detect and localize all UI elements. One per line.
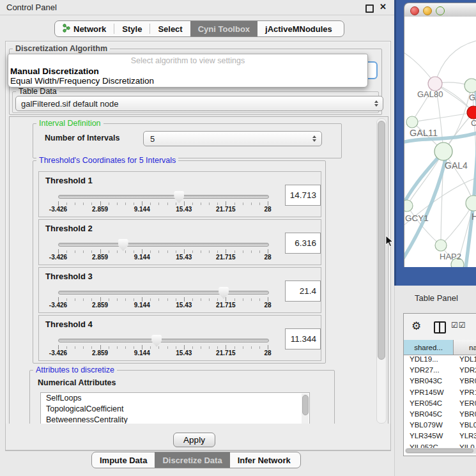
table-row[interactable]: YBR045CYBR0 bbox=[404, 410, 476, 421]
tick-mark bbox=[217, 298, 218, 301]
tick-mark bbox=[83, 250, 84, 253]
mac-close-icon[interactable] bbox=[410, 6, 419, 15]
slider-track[interactable] bbox=[58, 339, 269, 342]
attributes-list-scrollbar[interactable] bbox=[302, 394, 309, 425]
slider-track[interactable] bbox=[58, 243, 269, 247]
tick-mark bbox=[234, 250, 235, 253]
network-window-titlebar[interactable] bbox=[404, 3, 476, 18]
tick-mark bbox=[259, 298, 260, 301]
tab-select[interactable]: Select bbox=[150, 21, 190, 36]
network-node[interactable] bbox=[464, 79, 476, 93]
close-icon[interactable]: ✕ bbox=[380, 2, 387, 12]
tick-label: 2.859 bbox=[92, 254, 108, 261]
tick-mark bbox=[226, 345, 226, 349]
table-row[interactable]: YER054CYER0 bbox=[404, 399, 476, 410]
table-row[interactable]: YPR145WYPR1 bbox=[404, 388, 476, 399]
network-node[interactable] bbox=[466, 196, 476, 211]
tick-mark bbox=[234, 203, 235, 205]
number-of-intervals-spinner[interactable]: 5 bbox=[143, 131, 322, 146]
tick-label: 9.144 bbox=[134, 302, 150, 309]
tab-style[interactable]: Style bbox=[114, 21, 150, 36]
cell-name: YDL1 bbox=[454, 355, 476, 366]
threshold-1-label: Threshold 1 bbox=[45, 176, 93, 185]
tick-mark bbox=[100, 249, 101, 254]
tick-label: 9.144 bbox=[134, 254, 150, 261]
table-row[interactable]: YDR27...YDR2 bbox=[404, 366, 476, 377]
tick-mark bbox=[243, 298, 243, 301]
tab-network[interactable]: Network bbox=[55, 21, 114, 36]
float-window-icon[interactable] bbox=[365, 4, 374, 13]
algorithm-option-equal-width[interactable]: Equal Width/Frequency Discretization bbox=[10, 76, 154, 86]
tab-infer-network[interactable]: Infer Network bbox=[230, 452, 298, 468]
mac-minimize-icon[interactable] bbox=[423, 6, 432, 15]
tick-mark bbox=[226, 201, 226, 206]
threshold-3-slider[interactable]: -3.4262.8599.14415.4321.71528 bbox=[58, 287, 268, 310]
threshold-2-slider[interactable]: -3.4262.8599.14415.4321.71528 bbox=[58, 239, 268, 262]
numerical-attributes-label: Numerical Attributes bbox=[38, 378, 116, 387]
spinner-stepper-icon bbox=[312, 135, 316, 142]
tick-mark bbox=[91, 298, 92, 301]
tick-mark bbox=[100, 297, 101, 302]
slider-track[interactable] bbox=[58, 195, 269, 199]
threshold-2-label: Threshold 2 bbox=[45, 224, 93, 233]
tab-jactivemnodules[interactable]: jActiveMNodules bbox=[257, 21, 340, 36]
threshold-3-value[interactable]: 21.4 bbox=[285, 280, 321, 302]
network-view-canvas[interactable]: GAL80GACGAL11GAL4HGCY1HAP2 bbox=[404, 17, 476, 267]
threshold-1-value[interactable]: 14.713 bbox=[285, 185, 321, 206]
tick-mark bbox=[259, 346, 260, 349]
threshold-1-panel: Threshold 1 -3.4262.8599.14415.4321.7152… bbox=[38, 171, 321, 217]
table-row[interactable]: YIL052CYIL0 bbox=[404, 443, 476, 449]
tick-label: 28 bbox=[264, 206, 271, 213]
tab-impute-data[interactable]: Impute Data bbox=[92, 452, 155, 468]
tick-mark bbox=[158, 346, 159, 349]
table-data-combo[interactable]: galFiltered.sif default node bbox=[15, 96, 383, 111]
threshold-4-slider[interactable]: -3.4262.8599.14415.4321.71528 bbox=[58, 335, 268, 358]
threshold-1-slider[interactable]: -3.4262.8599.14415.4321.71528 bbox=[58, 191, 268, 214]
table-rows[interactable]: YDL19...YDL1YDR27...YDR2YBR043CYBR0YPR14… bbox=[404, 355, 476, 448]
numerical-attributes-list[interactable]: SelfLoopsTopologicalCoefficientBetweenne… bbox=[40, 392, 310, 425]
columns-icon[interactable] bbox=[434, 321, 446, 334]
tick-mark bbox=[192, 203, 193, 205]
slider-track[interactable] bbox=[58, 291, 269, 295]
tick-mark bbox=[176, 298, 176, 301]
algorithm-option-manual[interactable]: Manual Discretization bbox=[10, 66, 99, 76]
table-row[interactable]: YBR043CYBR0 bbox=[404, 377, 476, 388]
tick-mark bbox=[134, 346, 134, 349]
threshold-2-value[interactable]: 6.316 bbox=[285, 233, 321, 254]
tick-mark bbox=[91, 250, 92, 253]
attribute-list-item[interactable]: SelfLoops bbox=[41, 393, 309, 404]
network-node[interactable] bbox=[467, 106, 476, 119]
tick-mark bbox=[83, 346, 84, 349]
table-horizontal-scrollbar[interactable] bbox=[405, 448, 476, 454]
tick-mark bbox=[251, 346, 252, 349]
column-header-name[interactable]: na bbox=[454, 340, 476, 355]
network-node-label: GAL4 bbox=[445, 160, 468, 171]
table-row[interactable]: YLR345WYLR3 bbox=[404, 432, 476, 443]
mac-zoom-icon[interactable] bbox=[436, 6, 445, 15]
network-node[interactable] bbox=[434, 142, 452, 160]
gear-icon[interactable]: ⚙ bbox=[411, 319, 421, 333]
settings-vertical-scrollbar[interactable] bbox=[376, 118, 387, 424]
table-row[interactable]: YDL19...YDL1 bbox=[404, 355, 476, 366]
network-node[interactable] bbox=[404, 200, 413, 211]
tab-discretize-data[interactable]: Discretize Data bbox=[155, 452, 229, 468]
cell-shared-name: YPR145W bbox=[404, 388, 454, 399]
threshold-4-value[interactable]: 11.344 bbox=[285, 328, 321, 349]
mouse-cursor bbox=[385, 235, 394, 247]
tick-mark bbox=[109, 203, 109, 205]
checkbox-icons[interactable]: ☑☑ bbox=[451, 321, 466, 330]
network-node[interactable] bbox=[406, 116, 418, 128]
threshold-3-panel: Threshold 3 -3.4262.8599.14415.4321.7152… bbox=[38, 267, 321, 313]
network-node[interactable] bbox=[428, 77, 442, 91]
table-row[interactable]: YBL079WYBL0 bbox=[404, 421, 476, 432]
attribute-list-item[interactable]: TopologicalCoefficient bbox=[41, 404, 309, 415]
tab-cyni-toolbox[interactable]: Cyni Toolbox bbox=[190, 21, 257, 36]
apply-button[interactable]: Apply bbox=[173, 433, 215, 447]
tick-mark bbox=[251, 298, 252, 301]
column-header-shared[interactable]: shared... bbox=[404, 340, 454, 355]
tick-label: -3.426 bbox=[49, 206, 67, 213]
cell-name: YPR1 bbox=[454, 388, 476, 399]
network-node[interactable] bbox=[435, 240, 447, 251]
tick-mark bbox=[142, 249, 142, 254]
tick-label: 2.859 bbox=[92, 302, 108, 309]
